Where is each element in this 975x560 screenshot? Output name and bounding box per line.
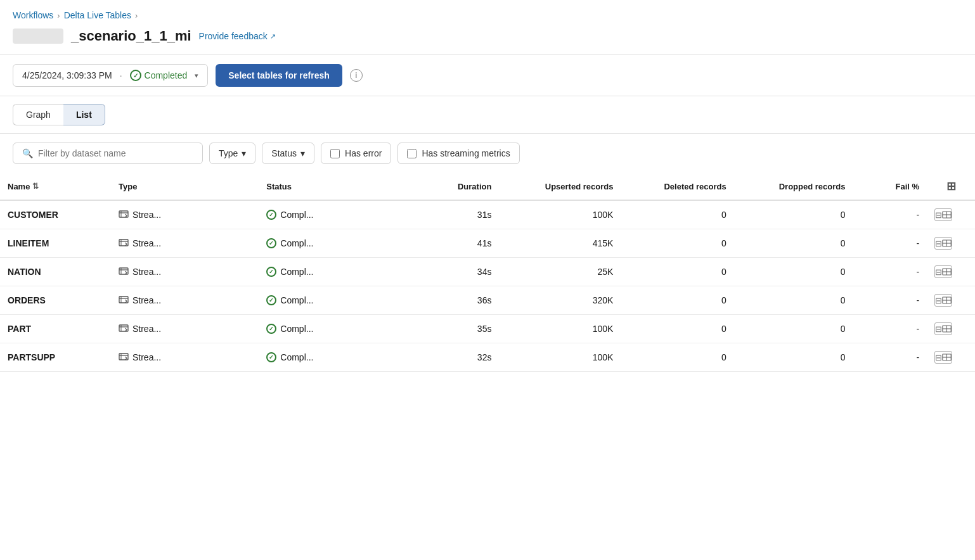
type-label: Strea... <box>132 324 161 334</box>
status-text: Compl... <box>280 295 313 305</box>
dot-separator: · <box>120 70 122 80</box>
cell-fail-pct: - <box>853 200 927 229</box>
table-row: PART Strea... Compl... 35s <box>0 315 975 343</box>
status-check-icon <box>266 267 276 277</box>
detail-view-icon[interactable] <box>934 208 952 221</box>
detail-view-icon[interactable] <box>934 237 952 250</box>
cell-status: Compl... <box>259 315 406 343</box>
cell-fail-pct: - <box>853 343 927 372</box>
cell-action[interactable] <box>927 229 975 258</box>
cell-action[interactable] <box>927 200 975 229</box>
col-header-status[interactable]: Status <box>259 173 406 200</box>
cell-deleted: 0 <box>621 200 733 229</box>
tab-list[interactable]: List <box>63 104 105 125</box>
cell-upserted: 100K <box>499 200 621 229</box>
streaming-table-icon <box>119 209 129 221</box>
feedback-link[interactable]: Provide feedback ↗ <box>199 31 276 41</box>
cell-dropped: 0 <box>734 315 853 343</box>
has-error-filter[interactable]: Has error <box>321 143 391 164</box>
sort-icon: ⇅ <box>32 182 39 191</box>
col-header-dropped[interactable]: Dropped records <box>734 173 853 200</box>
check-circle-icon <box>130 70 141 81</box>
column-toggle-icon[interactable]: ⊞ <box>946 180 956 193</box>
type-chevron-icon: ▾ <box>242 148 246 158</box>
cell-name: PART <box>0 315 111 343</box>
col-header-type[interactable]: Type <box>111 173 259 200</box>
cell-fail-pct: - <box>853 315 927 343</box>
has-streaming-checkbox[interactable] <box>407 149 416 158</box>
cell-deleted: 0 <box>621 286 733 315</box>
breadcrumb-delta-live-tables[interactable]: Delta Live Tables <box>64 10 131 20</box>
datetime-status-container[interactable]: 4/25/2024, 3:09:33 PM · Completed ▾ <box>13 64 208 87</box>
cell-type: Strea... <box>111 286 259 315</box>
cell-action[interactable] <box>927 343 975 372</box>
col-header-name[interactable]: Name ⇅ <box>0 173 111 200</box>
table-body: CUSTOMER Strea... Compl... 31s <box>0 200 975 372</box>
cell-action[interactable] <box>927 315 975 343</box>
info-icon[interactable]: i <box>350 69 363 82</box>
breadcrumb-sep-2: › <box>135 11 138 20</box>
cell-upserted: 25K <box>499 258 621 286</box>
cell-upserted: 100K <box>499 343 621 372</box>
select-tables-refresh-button[interactable]: Select tables for refresh <box>216 64 342 87</box>
table-header-row: Name ⇅ Type Status Duration Upserted rec… <box>0 173 975 200</box>
type-label: Strea... <box>132 295 161 305</box>
svg-rect-30 <box>119 353 128 360</box>
table-row: PARTSUPP Strea... Compl... 32s <box>0 343 975 372</box>
status-text: Compl... <box>280 324 313 334</box>
status-check-icon <box>266 295 276 305</box>
status-filter-button[interactable]: Status ▾ <box>262 143 314 164</box>
detail-view-icon[interactable] <box>934 265 952 278</box>
cell-action[interactable] <box>927 286 975 315</box>
status-check-icon <box>266 352 276 362</box>
cell-status: Compl... <box>259 229 406 258</box>
cell-type: Strea... <box>111 229 259 258</box>
cell-action[interactable] <box>927 258 975 286</box>
cell-fail-pct: - <box>853 286 927 315</box>
type-filter-button[interactable]: Type ▾ <box>209 143 255 164</box>
col-header-duration[interactable]: Duration <box>407 173 500 200</box>
cell-deleted: 0 <box>621 229 733 258</box>
streaming-table-icon <box>119 266 129 278</box>
svg-rect-18 <box>119 296 128 303</box>
search-icon: 🔍 <box>22 148 33 158</box>
cell-status: Compl... <box>259 286 406 315</box>
streaming-table-icon <box>119 295 129 307</box>
detail-view-icon[interactable] <box>934 294 952 307</box>
search-input[interactable] <box>38 148 193 158</box>
detail-view-icon[interactable] <box>934 322 952 335</box>
has-error-checkbox[interactable] <box>330 149 340 158</box>
cell-name: NATION <box>0 258 111 286</box>
cell-name: LINEITEM <box>0 229 111 258</box>
page-title: _scenario_1_1_mi <box>71 28 191 44</box>
tab-graph[interactable]: Graph <box>13 104 63 125</box>
status-check-icon <box>266 210 276 220</box>
detail-view-icon[interactable] <box>934 351 952 364</box>
status-text: Compl... <box>280 210 313 220</box>
breadcrumb-workflows[interactable]: Workflows <box>13 10 53 20</box>
cell-type: Strea... <box>111 343 259 372</box>
filters-row: 🔍 Type ▾ Status ▾ Has error Has streamin… <box>0 134 975 173</box>
col-header-deleted[interactable]: Deleted records <box>621 173 733 200</box>
status-chevron-icon: ▾ <box>300 148 305 158</box>
page-header: _scenario_1_1_mi Provide feedback ↗ <box>0 25 975 55</box>
cell-status: Compl... <box>259 200 406 229</box>
type-label: Strea... <box>132 352 161 362</box>
cell-upserted: 320K <box>499 286 621 315</box>
cell-fail-pct: - <box>853 229 927 258</box>
table-row: CUSTOMER Strea... Compl... 31s <box>0 200 975 229</box>
col-header-action: ⊞ <box>927 173 975 200</box>
cell-dropped: 0 <box>734 200 853 229</box>
cell-duration: 34s <box>407 258 500 286</box>
col-header-fail-pct[interactable]: Fail % <box>853 173 927 200</box>
col-header-upserted[interactable]: Upserted records <box>499 173 621 200</box>
svg-rect-6 <box>119 239 128 246</box>
status-check-icon <box>266 324 276 334</box>
cell-deleted: 0 <box>621 315 733 343</box>
cell-name: ORDERS <box>0 286 111 315</box>
has-streaming-metrics-filter[interactable]: Has streaming metrics <box>397 143 519 164</box>
feedback-label: Provide feedback <box>199 31 268 41</box>
cell-duration: 41s <box>407 229 500 258</box>
search-box: 🔍 <box>13 143 203 164</box>
cell-fail-pct: - <box>853 258 927 286</box>
